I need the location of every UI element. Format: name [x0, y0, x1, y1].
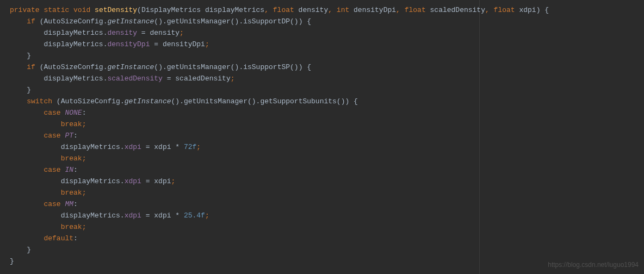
- op-assign: =: [163, 74, 175, 83]
- paren: ): [536, 6, 541, 14]
- colon: :: [82, 109, 86, 117]
- var-displayMetrics: displayMetrics: [61, 143, 120, 151]
- semi: ;: [205, 211, 209, 220]
- var-density: density: [150, 29, 179, 37]
- kw-float: float: [405, 6, 426, 14]
- kw-static: static: [44, 6, 69, 14]
- semi: ;: [171, 177, 176, 185]
- brace: }: [10, 257, 14, 265]
- param-xdpi: xdpi: [519, 6, 536, 14]
- paren: (: [231, 63, 235, 71]
- param-density: density: [299, 6, 329, 14]
- kw-void: void: [73, 6, 90, 14]
- semi: ;: [82, 154, 86, 163]
- comma: ,: [328, 6, 332, 14]
- paren: (: [154, 17, 158, 26]
- num-25-4f: 25.4f: [184, 211, 205, 220]
- field-density: density: [107, 29, 137, 37]
- var-densityDpi: densityDpi: [163, 40, 205, 48]
- class-AutoSizeConfig: AutoSizeConfig: [44, 63, 103, 71]
- semi: ;: [82, 223, 86, 231]
- brace: }: [27, 52, 31, 60]
- dot: .: [120, 211, 125, 220]
- method-getUnitsManager: getUnitsManager: [167, 17, 231, 26]
- field-xdpi: xdpi: [125, 177, 141, 185]
- colon: :: [73, 166, 78, 174]
- op-assign: =: [141, 143, 154, 151]
- var-displayMetrics: displayMetrics: [61, 177, 120, 185]
- kw-break: break: [61, 223, 82, 231]
- dot: .: [120, 143, 125, 151]
- field-scaledDensity: scaledDensity: [107, 74, 162, 83]
- op-assign: =: [150, 40, 162, 48]
- kw-case: case: [44, 200, 60, 208]
- var-displayMetrics: displayMetrics: [61, 211, 120, 220]
- paren: (: [57, 97, 61, 105]
- colon: :: [73, 200, 78, 208]
- method-getInstance: getInstance: [107, 17, 154, 26]
- paren: (: [137, 6, 141, 14]
- kw-if: if: [27, 17, 35, 26]
- kw-switch: switch: [27, 97, 52, 105]
- brace: {: [307, 63, 311, 71]
- kw-default: default: [44, 234, 73, 242]
- kw-break: break: [61, 189, 82, 197]
- paren: ): [345, 97, 349, 105]
- paren: ): [158, 17, 163, 26]
- semi: ;: [196, 143, 201, 151]
- const-PT: PT: [65, 132, 73, 140]
- op-mult: *: [171, 211, 184, 220]
- dot: .: [163, 17, 167, 26]
- paren: ): [175, 97, 179, 105]
- param-densityDpi: densityDpi: [354, 6, 396, 14]
- method-setDensity: setDensity: [95, 6, 137, 14]
- semi: ;: [82, 120, 86, 128]
- paren: (: [337, 97, 341, 105]
- class-AutoSizeConfig: AutoSizeConfig: [44, 17, 103, 26]
- kw-int: int: [337, 6, 349, 14]
- op-mult: *: [171, 143, 184, 151]
- code-editor[interactable]: private static void setDensity(DisplayMe…: [0, 0, 644, 271]
- semi: ;: [231, 74, 235, 83]
- var-displayMetrics: displayMetrics: [44, 29, 103, 37]
- kw-private: private: [10, 6, 40, 14]
- brace: }: [27, 86, 31, 94]
- semi: ;: [205, 40, 209, 48]
- kw-if: if: [27, 63, 35, 71]
- paren: ): [294, 63, 299, 71]
- param-scaledDensity: scaledDensity: [430, 6, 485, 14]
- brace: }: [27, 246, 31, 254]
- method-getInstance: getInstance: [107, 63, 154, 71]
- paren: ): [299, 17, 303, 26]
- comma: ,: [485, 6, 490, 14]
- paren: (: [290, 17, 294, 26]
- method-getInstance: getInstance: [125, 97, 171, 105]
- paren: ): [252, 97, 256, 105]
- field-xdpi: xdpi: [125, 211, 141, 220]
- type-DisplayMetrics: DisplayMetrics: [141, 6, 201, 14]
- dot: .: [163, 63, 167, 71]
- op-assign: =: [141, 211, 154, 220]
- paren: (: [154, 63, 158, 71]
- dot: .: [120, 177, 125, 185]
- method-getSupportSubunits: getSupportSubunits: [260, 97, 336, 105]
- field-xdpi: xdpi: [125, 143, 141, 151]
- op-assign: =: [137, 29, 150, 37]
- num-72f: 72f: [184, 143, 196, 151]
- brace: {: [544, 6, 549, 14]
- colon: :: [73, 132, 78, 140]
- kw-break: break: [61, 154, 82, 163]
- colon: :: [73, 234, 78, 242]
- paren: (: [231, 17, 235, 26]
- var-displayMetrics: displayMetrics: [44, 74, 103, 83]
- semi: ;: [179, 29, 184, 37]
- method-getUnitsManager: getUnitsManager: [184, 97, 247, 105]
- var-xdpi: xdpi: [154, 211, 171, 220]
- watermark: https://blog.csdn.net/luguo1994: [548, 259, 639, 271]
- class-AutoSizeConfig: AutoSizeConfig: [61, 97, 120, 105]
- kw-case: case: [44, 109, 60, 117]
- var-xdpi: xdpi: [154, 143, 171, 151]
- kw-break: break: [61, 120, 82, 128]
- kw-case: case: [44, 132, 60, 140]
- paren: (: [290, 63, 294, 71]
